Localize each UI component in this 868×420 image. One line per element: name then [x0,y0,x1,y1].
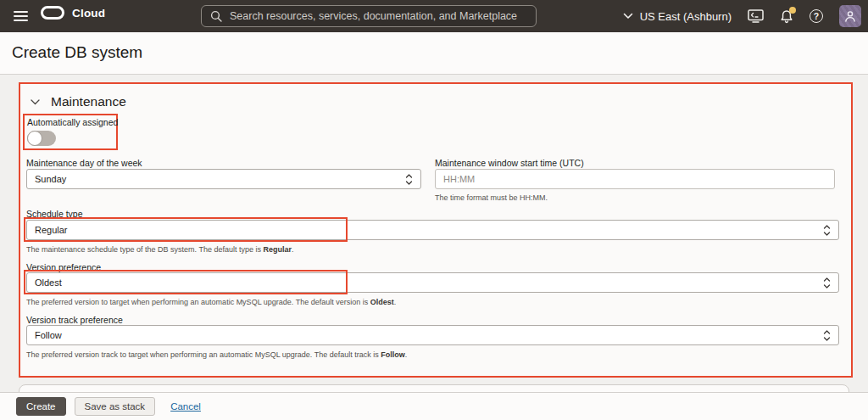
search-input[interactable] [230,10,527,22]
top-navigation-bar: Cloud US East (Ashburn) [0,0,868,32]
start-time-label: Maintenance window start time (UTC) [435,158,584,168]
select-stepper-icon [405,173,413,186]
user-avatar[interactable] [839,5,861,27]
version-track-helper: The preferred version track to target wh… [26,350,407,359]
version-track-value: Follow [35,330,823,340]
day-of-week-label: Maintenance day of the week [26,158,142,168]
region-label: US East (Ashburn) [640,10,732,23]
main-content: Maintenance Automatically assigned Maint… [0,76,868,392]
version-preference-value: Oldest [35,277,823,288]
auto-assigned-toggle[interactable] [27,131,56,146]
create-button[interactable]: Create [16,397,66,416]
search-icon [210,10,222,22]
save-as-stack-button[interactable]: Save as stack [75,397,156,416]
start-time-helper: The time format must be HH:MM. [435,193,548,202]
select-stepper-icon [823,224,831,237]
schedule-type-helper: The maintenance schedule type of the DB … [26,245,294,254]
region-selector[interactable]: US East (Ashburn) [623,10,732,23]
oracle-cloud-logo[interactable]: Cloud [41,6,105,20]
version-preference-helper: The preferred version to target when per… [26,298,396,306]
chevron-down-icon [623,13,633,20]
screen: Cloud US East (Ashburn) [0,0,868,420]
select-stepper-icon [823,329,831,342]
version-track-label: Version track preference [26,315,123,325]
schedule-type-select[interactable]: Regular [26,220,839,240]
schedule-type-label: Schedule type [26,209,83,219]
maintenance-section-annotation-box: Maintenance Automatically assigned Maint… [19,82,853,378]
page-header: Create DB system [0,32,868,75]
version-preference-select[interactable]: Oldest [26,272,839,293]
maintenance-section: Maintenance Automatically assigned Maint… [20,84,851,376]
day-of-week-value: Sunday [35,174,405,184]
toggle-knob [27,131,42,146]
chevron-down-icon [31,99,40,105]
schedule-type-value: Regular [35,225,823,235]
notification-badge [789,7,796,14]
oracle-logo-icon [41,6,64,20]
page-title: Create DB system [12,43,142,62]
brand-label: Cloud [72,7,105,20]
notifications-button[interactable] [780,9,793,24]
help-icon: ? [810,9,823,23]
select-stepper-icon [823,277,831,289]
start-time-input[interactable] [435,169,835,189]
action-bar: Create Save as stack Cancel [0,392,868,420]
day-of-week-select[interactable]: Sunday [26,169,421,189]
section-title: Maintenance [51,94,126,109]
global-search[interactable] [201,5,537,27]
auto-assigned-annotation-box: Automatically assigned [23,114,118,150]
version-preference-label: Version preference [26,262,101,272]
help-button[interactable]: ? [810,9,823,23]
version-track-select[interactable]: Follow [26,325,839,345]
cloud-shell-button[interactable] [748,9,764,23]
hamburger-menu-icon[interactable] [14,11,28,21]
person-icon [844,10,856,22]
cancel-link[interactable]: Cancel [170,401,201,412]
maintenance-section-header[interactable]: Maintenance [31,94,126,109]
auto-assigned-label: Automatically assigned [27,117,114,127]
